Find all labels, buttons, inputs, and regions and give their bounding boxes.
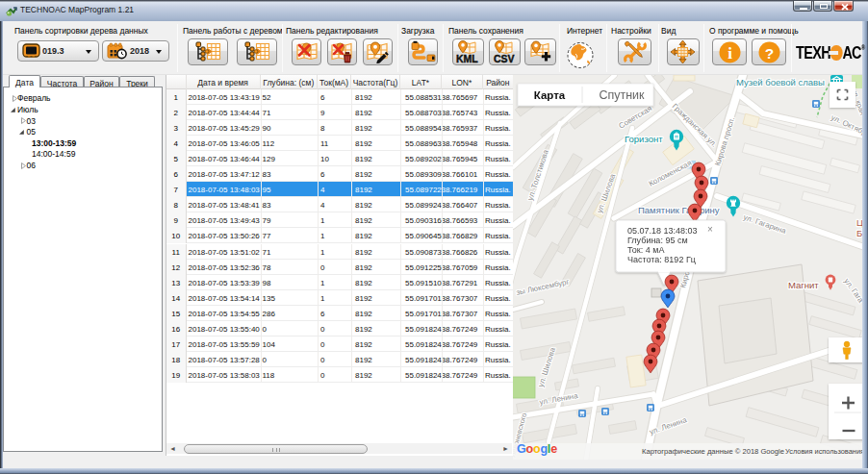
svg-text:KML: KML <box>456 53 478 64</box>
svg-text:Музей боевой славы: Музей боевой славы <box>736 77 825 87</box>
svg-text:Условия использования: Условия использования <box>785 447 862 456</box>
svg-text:Частота: 8192 Гц: Частота: 8192 Гц <box>627 255 696 264</box>
svg-text:×: × <box>707 224 713 235</box>
svg-text:i: i <box>728 44 732 62</box>
svg-text:Google: Google <box>517 442 557 456</box>
svg-text:Памятник Гагарину: Памятник Гагарину <box>638 205 720 215</box>
svg-text:Горизонт: Горизонт <box>625 134 663 144</box>
svg-text:Картографические данные © 2018: Картографические данные © 2018 Google <box>642 447 784 456</box>
svg-text:Бо: Бо <box>856 228 862 238</box>
svg-text:Глубина: 95 см: Глубина: 95 см <box>627 236 688 245</box>
svg-text:Спутник: Спутник <box>599 88 645 102</box>
svg-text:Магнит: Магнит <box>788 280 819 290</box>
svg-text:Ток: 4 мА: Ток: 4 мА <box>627 245 664 255</box>
svg-text:Це: Це <box>856 217 862 228</box>
svg-text:05.07.18 13:48:03: 05.07.18 13:48:03 <box>627 226 698 236</box>
svg-text:?: ? <box>764 44 773 61</box>
svg-text:CSV: CSV <box>494 53 515 64</box>
svg-text:Карта: Карта <box>534 89 566 101</box>
